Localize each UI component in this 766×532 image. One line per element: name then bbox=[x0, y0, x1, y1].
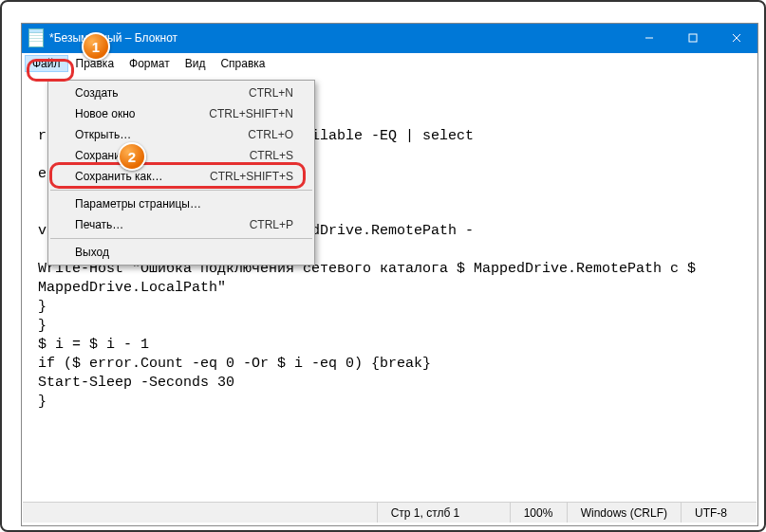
status-caret-position: Стр 1, стлб 1 bbox=[377, 503, 510, 523]
title-bar: *Безымянный – Блокнот bbox=[21, 23, 758, 53]
maximize-button[interactable] bbox=[671, 23, 715, 53]
menu-item-label: Печать… bbox=[75, 218, 123, 231]
menu-help[interactable]: Справка bbox=[213, 55, 272, 72]
menu-separator bbox=[50, 190, 312, 191]
menu-item-create[interactable]: Создать CTRL+N bbox=[48, 83, 314, 103]
close-button[interactable] bbox=[715, 23, 758, 53]
status-bar: Стр 1, стлб 1 100% Windows (CRLF) UTF-8 bbox=[23, 502, 757, 523]
menu-item-label: Открыть… bbox=[75, 128, 131, 141]
menu-item-print[interactable]: Печать… CTRL+P bbox=[48, 214, 314, 235]
menu-item-shortcut: CTRL+SHIFT+N bbox=[209, 107, 293, 120]
menu-item-shortcut: CTRL+N bbox=[249, 86, 293, 100]
menu-item-shortcut: CTRL+P bbox=[250, 218, 293, 231]
annotation-badge-2: 2 bbox=[118, 142, 146, 171]
menu-bar: Файл Правка Формат Вид Справка bbox=[21, 53, 758, 74]
menu-item-page-setup[interactable]: Параметры страницы… bbox=[48, 193, 314, 214]
menu-separator bbox=[50, 238, 312, 239]
menu-item-new-window[interactable]: Новое окно CTRL+SHIFT+N bbox=[48, 103, 314, 124]
notepad-icon bbox=[28, 28, 44, 47]
status-encoding: UTF-8 bbox=[681, 503, 757, 523]
minimize-button[interactable] bbox=[627, 23, 671, 53]
menu-item-shortcut: CTRL+O bbox=[248, 128, 293, 141]
annotation-badge-1: 1 bbox=[82, 32, 110, 61]
menu-item-shortcut: CTRL+SHIFT+S bbox=[210, 170, 293, 183]
menu-item-open[interactable]: Открыть… CTRL+O bbox=[48, 124, 314, 145]
menu-view[interactable]: Вид bbox=[177, 55, 214, 72]
menu-item-exit[interactable]: Выход bbox=[48, 242, 314, 263]
menu-item-label: Выход bbox=[75, 246, 109, 259]
menu-item-save[interactable]: Сохранить CTRL+S bbox=[48, 145, 314, 166]
menu-item-save-as[interactable]: Сохранить как… CTRL+SHIFT+S bbox=[48, 166, 314, 187]
menu-item-label: Новое окно bbox=[75, 107, 136, 120]
status-zoom: 100% bbox=[510, 503, 567, 523]
menu-format[interactable]: Формат bbox=[121, 55, 177, 72]
menu-item-label: Параметры страницы… bbox=[75, 197, 201, 211]
menu-file[interactable]: Файл bbox=[25, 55, 68, 72]
status-line-ending: Windows (CRLF) bbox=[567, 503, 681, 523]
svg-rect-1 bbox=[689, 34, 697, 42]
menu-item-label: Сохранить как… bbox=[75, 170, 162, 183]
window-title: *Безымянный – Блокнот bbox=[49, 31, 627, 45]
menu-item-shortcut: CTRL+S bbox=[250, 149, 293, 162]
file-dropdown-menu: Создать CTRL+N Новое окно CTRL+SHIFT+N О… bbox=[47, 80, 315, 266]
menu-item-label: Создать bbox=[75, 86, 119, 100]
